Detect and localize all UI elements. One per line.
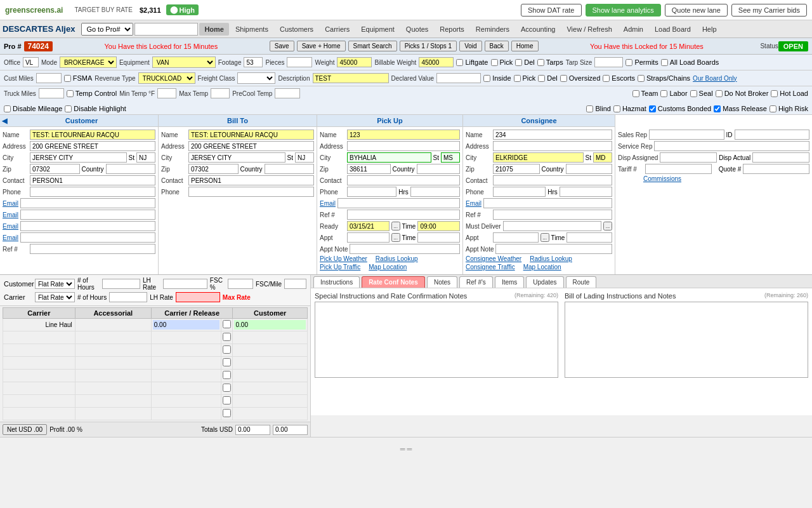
net-usd-button[interactable]: Net USD .00 — [3, 424, 47, 435]
pick-checkbox1[interactable] — [491, 59, 498, 66]
show-lane-analytics-button[interactable]: Show lane analytics — [586, 4, 661, 17]
consignee-contact-input[interactable] — [493, 175, 612, 185]
equipment-select[interactable]: VAN — [152, 57, 216, 68]
consignee-country-input[interactable] — [566, 164, 613, 174]
commissions-link[interactable]: Commissions — [643, 175, 681, 182]
customer-email-input3[interactable] — [20, 221, 155, 231]
customer-email-link4[interactable]: Email — [3, 234, 18, 241]
pickup-st-input[interactable] — [441, 152, 460, 163]
rate-row-release-input-3[interactable] — [153, 371, 220, 380]
del-checkbox2[interactable] — [538, 75, 545, 82]
show-dat-rate-button[interactable]: Show DAT rate — [521, 4, 582, 17]
pickup-email-link[interactable]: Email — [320, 200, 336, 207]
tab-ref-nums[interactable]: Ref #'s — [459, 276, 493, 288]
tab-route[interactable]: Route — [566, 276, 597, 288]
high-risk-checkbox[interactable] — [769, 105, 776, 112]
rate-row-customer-input-3[interactable] — [234, 371, 306, 380]
revenue-type-select[interactable]: TRUCKLOAD — [138, 72, 195, 84]
nav-carriers[interactable]: Carriers — [320, 23, 355, 36]
customer-email-input1[interactable] — [20, 198, 155, 208]
pickup-traffic-link[interactable]: Pick Up Traffic — [320, 264, 360, 271]
billto-st-input[interactable] — [295, 152, 314, 163]
quote-new-lane-button[interactable]: Quote new lane — [665, 4, 728, 17]
consignee-radius-link[interactable]: Radius Lookup — [530, 255, 572, 262]
rate-row-carrier-input-3[interactable] — [4, 371, 74, 380]
customer-address-input[interactable] — [30, 141, 155, 151]
nav-help[interactable]: Help — [697, 23, 722, 36]
pickup-map-link[interactable]: Map Location — [369, 264, 407, 271]
disable-highlight-checkbox[interactable] — [65, 105, 72, 112]
customs-bonded-checkbox[interactable] — [649, 105, 656, 112]
consignee-email-input[interactable] — [483, 198, 612, 208]
quote-input[interactable] — [743, 164, 809, 174]
nav-accounting[interactable]: Accounting — [516, 23, 560, 36]
all-load-boards-checkbox[interactable] — [661, 59, 668, 66]
customer-email-input4[interactable] — [20, 232, 155, 243]
customer-lh-rate-input[interactable] — [163, 279, 207, 289]
declared-value-input[interactable] — [436, 73, 481, 83]
tab-rate-conf-notes[interactable]: Rate Conf Notes — [362, 276, 425, 288]
temp-control-checkbox[interactable] — [67, 90, 74, 97]
picks-stops-button[interactable]: Picks 1 / Stops 1 — [400, 41, 457, 51]
consignee-phone-input[interactable] — [493, 187, 546, 197]
pickup-weather-link[interactable]: Pick Up Weather — [320, 255, 367, 262]
pick-checkbox2[interactable] — [514, 75, 521, 82]
cust-miles-input[interactable] — [36, 73, 62, 83]
disp-assigned-input[interactable] — [660, 152, 717, 163]
service-rep-input[interactable] — [654, 141, 809, 151]
nav-equipment[interactable]: Equipment — [356, 23, 400, 36]
nav-customers[interactable]: Customers — [275, 23, 318, 36]
tariff-input[interactable] — [645, 164, 712, 174]
hazmat-checkbox[interactable] — [613, 105, 620, 112]
tarps-checkbox[interactable] — [537, 59, 544, 66]
customer-phone-input[interactable] — [30, 187, 155, 197]
carrier-lh-rate-input[interactable] — [176, 292, 220, 302]
consignee-ref-input[interactable] — [493, 210, 612, 220]
seal-checkbox[interactable] — [690, 90, 697, 97]
billto-address-input[interactable] — [188, 141, 314, 151]
billable-weight-input[interactable] — [419, 57, 454, 67]
pickup-email-input[interactable] — [337, 198, 460, 208]
billto-country-input[interactable] — [265, 164, 315, 174]
smart-search-button[interactable]: Smart Search — [348, 41, 397, 51]
permits-checkbox[interactable] — [625, 59, 632, 66]
del-checkbox1[interactable] — [515, 59, 522, 66]
disp-actual-input[interactable] — [752, 152, 809, 163]
pickup-address-input[interactable] — [347, 141, 460, 151]
pickup-ready-input[interactable] — [347, 221, 390, 231]
consignee-appt-cal-button[interactable] — [540, 233, 549, 242]
pickup-panel-header[interactable]: Pick Up — [317, 115, 462, 127]
pickup-phone-input[interactable] — [347, 187, 396, 197]
tab-notes[interactable]: Notes — [427, 276, 457, 288]
carrier-rate-type-select[interactable]: Flat Rate — [35, 292, 75, 302]
rate-row-acc-input-1[interactable] — [77, 345, 150, 355]
pickup-ready-cal-button[interactable] — [391, 222, 400, 231]
rate-row-acc-input-5[interactable] — [77, 396, 150, 406]
mass-release-checkbox[interactable] — [714, 105, 721, 112]
consignee-must-deliver-cal-button[interactable] — [603, 222, 612, 231]
rate-row-checkbox-3[interactable] — [223, 370, 231, 380]
customer-num-hours-input[interactable] — [102, 279, 140, 289]
nav-load-board[interactable]: Load Board — [650, 23, 696, 36]
rate-row-acc-input-2[interactable] — [77, 358, 150, 368]
rate-row-acc-input-0[interactable] — [77, 333, 150, 342]
rate-row-checkbox-5[interactable] — [223, 396, 231, 405]
team-checkbox[interactable] — [632, 90, 639, 97]
mode-select[interactable]: BROKERAGE — [60, 57, 117, 68]
min-temp-input[interactable] — [157, 88, 176, 98]
footage-input[interactable] — [244, 57, 263, 67]
inside-checkbox[interactable] — [483, 75, 490, 82]
consignee-email-link[interactable]: Email — [466, 200, 481, 207]
pickup-radius-link[interactable]: Radius Lookup — [376, 255, 418, 262]
carrier-num-hours-input[interactable] — [109, 292, 147, 302]
sales-rep-input[interactable] — [649, 130, 724, 140]
office-input[interactable] — [23, 57, 39, 67]
pickup-contact-input[interactable] — [347, 175, 460, 185]
customer-email-link3[interactable]: Email — [3, 223, 18, 230]
special-instructions-textarea[interactable] — [315, 302, 558, 378]
pickup-time-input[interactable] — [417, 221, 460, 231]
weight-input[interactable] — [337, 57, 372, 67]
save-button[interactable]: Save — [270, 41, 294, 51]
liftgate-checkbox[interactable] — [456, 59, 463, 66]
pickup-appt-cal-button[interactable] — [391, 233, 400, 242]
